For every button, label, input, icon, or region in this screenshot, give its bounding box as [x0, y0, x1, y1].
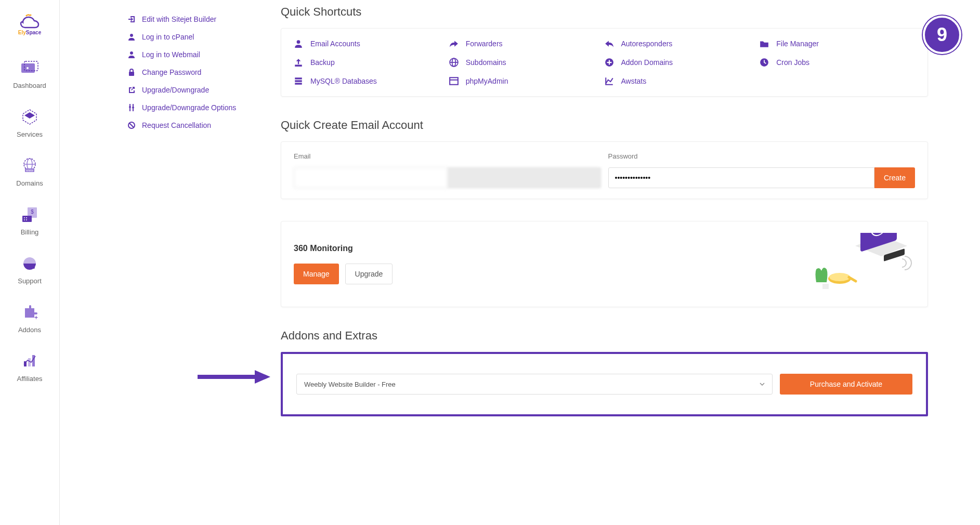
svg-line-29 [129, 123, 134, 127]
person-icon [127, 50, 136, 59]
shortcut-cron-jobs[interactable]: Cron Jobs [760, 58, 915, 67]
svg-rect-18 [27, 267, 35, 269]
reply-icon [605, 39, 614, 48]
share-icon [449, 39, 459, 48]
shortcut-addon-domains[interactable]: Addon Domains [605, 58, 760, 67]
svg-point-30 [297, 40, 300, 44]
step-badge: 9 [923, 16, 961, 54]
monitoring-manage-button[interactable]: Manage [294, 264, 339, 284]
svg-point-26 [129, 106, 131, 108]
billing-icon: $ [19, 205, 40, 224]
chevron-down-icon [760, 382, 765, 387]
dashboard-icon [19, 59, 40, 77]
svg-rect-21 [28, 358, 31, 366]
shortcut-backup[interactable]: Backup [294, 58, 449, 67]
action-login-webmail[interactable]: Log in to Webmail [127, 46, 255, 63]
person-icon [294, 39, 303, 48]
shortcut-phpmyadmin[interactable]: phpMyAdmin [449, 76, 605, 86]
monitoring-upgrade-button[interactable]: Upgrade [345, 264, 393, 284]
svg-point-15 [26, 217, 27, 218]
chart-icon [605, 76, 614, 86]
cloud-logo-icon [19, 13, 41, 29]
lock-icon [127, 68, 136, 76]
shortcut-awstats[interactable]: Awstats [605, 76, 760, 86]
monitoring-card: 360 Monitoring Manage Upgrade 360° [281, 221, 928, 307]
svg-text:WWW: WWW [26, 169, 33, 172]
svg-point-3 [27, 67, 29, 69]
main-content: Quick Shortcuts Email Accounts Forwarder… [270, 0, 980, 525]
svg-rect-25 [129, 72, 134, 76]
quick-shortcuts-title: Quick Shortcuts [281, 5, 928, 19]
svg-point-14 [24, 217, 25, 218]
password-label: Password [608, 152, 916, 160]
upload-icon [294, 58, 303, 67]
monitoring-title: 360 Monitoring [294, 244, 393, 253]
svg-point-27 [132, 107, 134, 109]
svg-point-24 [130, 51, 133, 55]
nav-affiliates[interactable]: Affiliates [0, 352, 59, 383]
addons-card: Weebly Website Builder - Free Purchase a… [281, 352, 928, 416]
svg-text:$: $ [31, 209, 34, 215]
create-email-button[interactable]: Create [874, 167, 915, 188]
affiliates-icon [19, 352, 40, 371]
nav-services[interactable]: Services [0, 108, 59, 138]
quick-create-email-card: Email Password Create [281, 141, 928, 199]
monitoring-illustration: 360° [801, 233, 915, 295]
folder-icon [760, 39, 769, 48]
brand-logo[interactable]: ElySpace [18, 13, 41, 35]
window-icon [449, 76, 459, 86]
addons-icon: + [19, 303, 40, 322]
plus-circle-icon [605, 58, 614, 67]
svg-point-50 [891, 280, 895, 284]
svg-point-23 [130, 34, 133, 37]
shortcut-subdomains[interactable]: Subdomains [449, 58, 605, 67]
shortcut-file-manager[interactable]: File Manager [760, 39, 915, 48]
svg-rect-37 [295, 80, 302, 82]
nav-dashboard[interactable]: Dashboard [0, 59, 59, 89]
email-local-input[interactable] [294, 167, 448, 188]
svg-rect-13 [22, 216, 32, 222]
database-icon [294, 76, 303, 86]
action-change-password[interactable]: Change Password [127, 63, 255, 81]
annotation-arrow [198, 369, 270, 385]
shortcut-mysql-databases[interactable]: MySQL® Databases [294, 76, 449, 86]
action-upgrade-options[interactable]: Upgrade/Downgrade Options [127, 99, 255, 116]
external-icon [127, 86, 136, 94]
svg-rect-39 [450, 77, 458, 85]
addon-select[interactable]: Weebly Website Builder - Free [296, 374, 773, 395]
svg-rect-38 [295, 83, 302, 84]
primary-sidebar: ElySpace Dashboard Services WWW Domains … [0, 0, 60, 525]
nav-support[interactable]: Support [0, 254, 59, 285]
addons-title: Addons and Extras [281, 329, 928, 343]
nav-billing[interactable]: $ Billing [0, 205, 59, 236]
clock-icon [760, 58, 769, 67]
person-icon [127, 33, 136, 41]
svg-point-46 [829, 273, 850, 281]
email-password-input[interactable] [608, 167, 874, 188]
services-icon [19, 108, 40, 126]
actions-panel: Edit with Sitejet Builder Log in to cPan… [60, 0, 270, 525]
nav-domains[interactable]: WWW Domains [0, 156, 59, 187]
support-icon [19, 254, 40, 273]
svg-rect-36 [295, 77, 302, 79]
nav-addons[interactable]: + Addons [0, 303, 59, 334]
action-request-cancellation[interactable]: Request Cancellation [127, 116, 255, 134]
shortcut-forwarders[interactable]: Forwarders [449, 39, 605, 48]
svg-marker-52 [255, 370, 270, 384]
svg-marker-4 [24, 112, 35, 119]
shortcut-email-accounts[interactable]: Email Accounts [294, 39, 449, 48]
svg-text:+: + [34, 314, 38, 321]
purchase-activate-button[interactable]: Purchase and Activate [780, 374, 912, 395]
sliders-icon [127, 103, 136, 112]
shortcut-autoresponders[interactable]: Autoresponders [605, 39, 760, 48]
email-domain-display [448, 167, 601, 188]
quick-shortcuts-card: Email Accounts Forwarders Autoresponders… [281, 28, 928, 97]
action-login-cpanel[interactable]: Log in to cPanel [127, 28, 255, 46]
forbid-icon [127, 121, 136, 129]
svg-rect-48 [822, 284, 829, 289]
action-edit-sitejet[interactable]: Edit with Sitejet Builder [127, 10, 255, 28]
svg-point-16 [24, 219, 25, 220]
action-upgrade-downgrade[interactable]: Upgrade/Downgrade [127, 81, 255, 99]
globe-icon [449, 58, 459, 67]
svg-point-17 [26, 219, 27, 220]
